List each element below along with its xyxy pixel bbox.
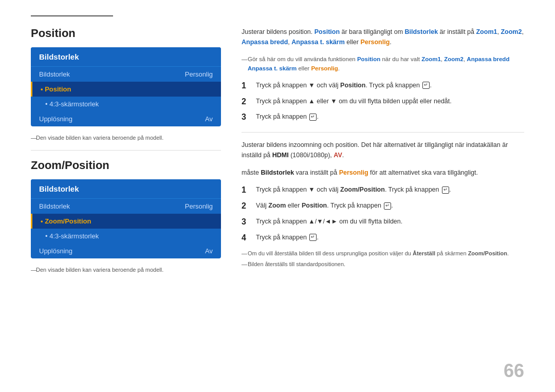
zoom-row1-label: Bildstorlek xyxy=(39,202,70,210)
zoom-steps: 1 Tryck på knappen ▼ och välj Zoom/Posit… xyxy=(242,185,524,243)
zoom-menu-row4: Upplösning Av xyxy=(31,244,221,258)
zoom-line2-block: måste Bildstorlek vara inställt på Perso… xyxy=(242,167,524,178)
zoom-step2-text: Välj Zoom eller Position. Tryck på knapp… xyxy=(256,201,524,211)
section-divider xyxy=(31,150,221,151)
position-step1-text: Tryck på knappen ▼ och välj Position. Tr… xyxy=(256,81,524,90)
position-note-bold-position: Position xyxy=(357,56,380,62)
position-title: Position xyxy=(31,27,221,40)
zoom-row4-value: Av xyxy=(205,247,213,255)
zoom-menu-row3: • 4:3-skärmstorlek xyxy=(31,229,221,244)
position-bold-bildstorlek: Bildstorlek xyxy=(405,28,438,35)
zoom-note-bold-aterstall: Återställ xyxy=(413,250,435,256)
position-step2-text: Tryck på knappen ▲ eller ▼ om du vill fl… xyxy=(256,97,524,106)
position-bold-anpassa1: Anpassa bredd xyxy=(242,39,288,46)
position-steps: 1 Tryck på knappen ▼ och välj Position. … xyxy=(242,81,524,123)
position-menu-box: Bildstorlek Bildstorlek Personlig • Posi… xyxy=(31,47,221,126)
page-number: 66 xyxy=(504,360,524,382)
zoom-step-4: 4 Tryck på knappen . xyxy=(242,233,524,244)
position-menu-row4: Upplösning Av xyxy=(31,111,221,126)
position-step-1: 1 Tryck på knappen ▼ och välj Position. … xyxy=(242,81,524,91)
enter-icon-z4 xyxy=(309,234,317,241)
position-row1-label: Bildstorlek xyxy=(39,70,70,78)
position-step-3: 3 Tryck på knappen . xyxy=(242,112,524,123)
zoom-menu-row2-highlighted: • Zoom/Position xyxy=(31,214,221,229)
position-note-bold-zoom2: Zoom2 xyxy=(444,56,464,62)
top-divider xyxy=(31,15,113,16)
enter-icon-1 xyxy=(422,82,430,89)
position-row2-label: • Position xyxy=(41,85,71,93)
position-row3-label: • 4:3-skärmstorlek xyxy=(45,100,99,108)
enter-icon-z1 xyxy=(442,186,449,194)
zoom-menu-row1: Bildstorlek Personlig xyxy=(31,199,221,214)
position-note-bold-zoom1: Zoom1 xyxy=(421,56,441,62)
position-row1-value: Personlig xyxy=(185,70,213,78)
position-step3-text: Tryck på knappen . xyxy=(256,112,524,122)
zoom-row3-label: • 4:3-skärmstorlek xyxy=(45,232,99,240)
zoom-step-3: 3 Tryck på knappen ▲/▼/◄► om du vill fly… xyxy=(242,217,524,228)
zoom-step-2: 2 Välj Zoom eller Position. Tryck på kna… xyxy=(242,201,524,212)
position-note-bold-anpassa2: Anpassa t. skärm xyxy=(248,65,297,71)
zoom-note-2: Bilden återställs till standardpositione… xyxy=(242,260,524,269)
zoom-note: Den visade bilden kan variera beroende p… xyxy=(31,267,221,273)
position-bold-personlig: Personlig xyxy=(360,39,390,46)
zoom-position-title: Zoom/Position xyxy=(31,159,221,172)
zoom-step2-bold-zoom: Zoom xyxy=(268,202,286,209)
page-container: Position Bildstorlek Bildstorlek Personl… xyxy=(0,0,555,392)
zoom-step4-text: Tryck på knappen . xyxy=(256,233,524,242)
position-row4-label: Upplösning xyxy=(39,115,72,123)
zoom-bold-av: AV xyxy=(334,152,342,159)
zoom-row1-value: Personlig xyxy=(185,202,213,210)
position-row4-value: Av xyxy=(205,115,213,123)
position-step1-num: 1 xyxy=(242,81,251,91)
position-section: Position Bildstorlek Bildstorlek Personl… xyxy=(31,27,221,141)
position-step-2: 2 Tryck på knappen ▲ eller ▼ om du vill … xyxy=(242,97,524,107)
zoom-step1-num: 1 xyxy=(242,185,251,196)
position-menu-row3: • 4:3-skärmstorlek xyxy=(31,97,221,111)
zoom-step2-num: 2 xyxy=(242,201,251,212)
zoom-intro-block: Justerar bildens inzoomning och position… xyxy=(242,140,524,160)
zoom-position-section-left: Zoom/Position Bildstorlek Bildstorlek Pe… xyxy=(31,159,221,273)
zoom-step1-text: Tryck på knappen ▼ och välj Zoom/Positio… xyxy=(256,185,524,195)
zoom-step3-num: 3 xyxy=(242,217,251,228)
zoom-step-1: 1 Tryck på knappen ▼ och välj Zoom/Posit… xyxy=(242,185,524,196)
position-menu-row1: Bildstorlek Personlig xyxy=(31,67,221,82)
position-instructions: Justerar bildens position. Position är b… xyxy=(242,27,524,123)
zoom-bold-hdmi: HDMI xyxy=(272,152,289,159)
zoom-note-bold-zoompos: Zoom/Position xyxy=(468,250,507,256)
position-note-bold-anpassa1: Anpassa bredd xyxy=(467,56,509,62)
zoom-step3-text: Tryck på knappen ▲/▼/◄► om du vill flytt… xyxy=(256,217,524,227)
zoom-note-1: Om du vill återställa bilden till dess u… xyxy=(242,249,524,258)
position-step1-bold: Position xyxy=(340,82,365,89)
right-column: Justerar bildens position. Position är b… xyxy=(242,27,524,377)
zoom-bold-bildstorlek: Bildstorlek xyxy=(261,169,294,176)
zoom-row4-label: Upplösning xyxy=(39,247,72,255)
enter-icon-3 xyxy=(309,114,317,121)
zoom-step2-bold-position: Position xyxy=(302,202,327,209)
position-note-bold-personlig: Personlig xyxy=(311,65,338,71)
right-divider xyxy=(242,132,524,133)
position-note: Den visade bilden kan variera beroende p… xyxy=(31,135,221,141)
position-menu-row2-highlighted: • Position xyxy=(31,82,221,97)
zoom-bold-personlig: Personlig xyxy=(339,169,368,176)
zoom-menu-header: Bildstorlek xyxy=(31,179,221,199)
zoom-step4-num: 4 xyxy=(242,233,251,244)
content-area: Position Bildstorlek Bildstorlek Personl… xyxy=(31,27,524,377)
position-step3-num: 3 xyxy=(242,112,251,123)
position-note-block: — Gör så här om du vill använda funktion… xyxy=(242,54,524,73)
position-bold-zoom1: Zoom1 xyxy=(476,28,497,35)
position-bold-position: Position xyxy=(314,28,340,35)
position-menu-header: Bildstorlek xyxy=(31,47,221,67)
position-bold-zoom2: Zoom2 xyxy=(501,28,522,35)
zoom-step1-bold: Zoom/Position xyxy=(340,186,385,193)
position-step2-num: 2 xyxy=(242,97,251,107)
left-column: Position Bildstorlek Bildstorlek Personl… xyxy=(31,27,221,377)
zoom-position-menu-box: Bildstorlek Bildstorlek Personlig • Zoom… xyxy=(31,179,221,258)
zoom-row2-label: • Zoom/Position xyxy=(41,217,91,225)
zoom-instructions: Justerar bildens inzoomning och position… xyxy=(242,140,524,268)
enter-icon-z2 xyxy=(384,202,391,210)
position-bold-anpassa2: Anpassa t. skärm xyxy=(291,39,345,46)
position-intro-block: Justerar bildens position. Position är b… xyxy=(242,27,524,47)
